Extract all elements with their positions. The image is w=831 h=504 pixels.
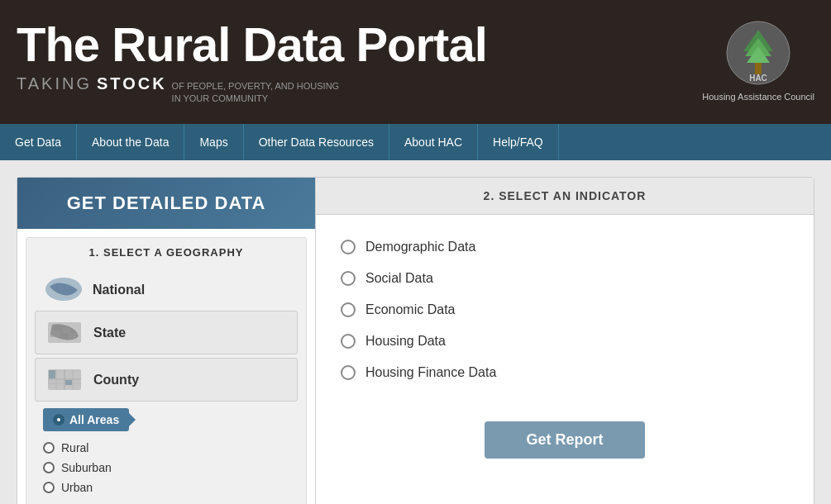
all-areas-label: All Areas — [69, 413, 119, 426]
geography-section: 1. SELECT A GEOGRAPHY National — [26, 237, 307, 504]
urban-radio[interactable] — [43, 482, 55, 493]
suburban-option[interactable]: Suburban — [43, 458, 298, 478]
state-option[interactable]: State — [35, 311, 298, 354]
demographic-radio[interactable] — [341, 240, 356, 254]
housing-finance-radio[interactable] — [341, 365, 356, 380]
svg-text:HAC: HAC — [749, 74, 767, 83]
all-areas-box[interactable]: All Areas — [43, 408, 129, 431]
urban-label: Urban — [61, 481, 93, 494]
state-map-icon — [44, 318, 85, 347]
get-detailed-data-title: GET DETAILED DATA — [34, 193, 298, 214]
hac-logo: HAC — [725, 20, 791, 86]
subtitle-taking: TAKING — [17, 74, 92, 93]
national-map-icon — [43, 275, 84, 304]
area-box-arrow — [129, 413, 136, 426]
site-title: The Rural Data Portal — [17, 18, 487, 71]
rural-radio[interactable] — [43, 442, 55, 454]
main-content: GET DETAILED DATA 1. SELECT A GEOGRAPHY … — [0, 160, 831, 504]
housing-finance-label: Housing Finance Data — [365, 365, 496, 380]
social-radio[interactable] — [341, 271, 356, 286]
suburban-label: Suburban — [61, 461, 112, 474]
rural-option[interactable]: Rural — [43, 438, 298, 458]
rural-label: Rural — [61, 441, 88, 454]
housing-finance-option[interactable]: Housing Finance Data — [341, 357, 789, 388]
nav-help-faq[interactable]: Help/FAQ — [478, 124, 559, 160]
subtitle-of: OF PEOPLE, POVERTY, AND HOUSING IN YOUR … — [172, 80, 340, 106]
nav-about-data[interactable]: About the Data — [77, 124, 184, 160]
content-box: GET DETAILED DATA 1. SELECT A GEOGRAPHY … — [17, 177, 814, 504]
get-report-button[interactable]: Get Report — [485, 421, 644, 459]
economic-label: Economic Data — [365, 302, 456, 317]
demographic-label: Demographic Data — [365, 240, 475, 254]
nav-get-data[interactable]: Get Data — [0, 124, 77, 160]
main-nav: Get Data About the Data Maps Other Data … — [0, 124, 831, 160]
economic-radio[interactable] — [341, 302, 356, 317]
housing-label: Housing Data — [365, 334, 446, 349]
county-label: County — [93, 373, 139, 388]
area-selection: All Areas Rural Subur — [35, 408, 298, 497]
svg-rect-1 — [755, 63, 762, 74]
nav-other-resources[interactable]: Other Data Resources — [244, 124, 389, 160]
economic-option[interactable]: Economic Data — [341, 294, 789, 326]
nav-maps[interactable]: Maps — [184, 124, 243, 160]
header-left: The Rural Data Portal TAKING STOCK OF PE… — [17, 18, 487, 106]
all-areas-radio[interactable] — [53, 414, 64, 426]
national-option[interactable]: National — [35, 269, 298, 311]
housing-radio[interactable] — [341, 334, 356, 349]
county-map-icon — [44, 365, 85, 394]
national-label: National — [93, 283, 145, 297]
left-panel: GET DETAILED DATA 1. SELECT A GEOGRAPHY … — [17, 178, 315, 504]
indicator-options: Demographic Data Social Data Economic Da… — [316, 215, 814, 405]
geography-title: 1. SELECT A GEOGRAPHY — [35, 246, 298, 259]
nav-about-hac[interactable]: About HAC — [389, 124, 478, 160]
hac-name: Housing Assistance Council — [702, 91, 814, 103]
housing-option[interactable]: Housing Data — [341, 326, 789, 357]
state-label: State — [93, 326, 126, 340]
svg-rect-17 — [49, 370, 55, 378]
header-subtitle: TAKING STOCK OF PEOPLE, POVERTY, AND HOU… — [17, 74, 487, 106]
header: The Rural Data Portal TAKING STOCK OF PE… — [0, 0, 831, 124]
svg-rect-10 — [69, 333, 77, 339]
county-option[interactable]: County — [35, 358, 298, 402]
hac-branding: HAC Housing Assistance Council — [702, 20, 814, 103]
social-label: Social Data — [365, 271, 433, 286]
urban-option[interactable]: Urban — [43, 478, 298, 497]
area-radio-options: Rural Suburban Urban — [35, 438, 298, 497]
panel-header: GET DETAILED DATA — [17, 178, 315, 229]
suburban-radio[interactable] — [43, 462, 55, 473]
svg-rect-18 — [65, 380, 72, 385]
right-panel: 2. SELECT AN INDICATOR Demographic Data … — [316, 178, 814, 504]
svg-rect-8 — [50, 330, 60, 337]
demographic-option[interactable]: Demographic Data — [341, 231, 789, 263]
indicator-header: 2. SELECT AN INDICATOR — [316, 178, 814, 215]
subtitle-stock: STOCK — [97, 74, 167, 93]
svg-rect-9 — [62, 328, 70, 333]
social-option[interactable]: Social Data — [341, 263, 789, 294]
